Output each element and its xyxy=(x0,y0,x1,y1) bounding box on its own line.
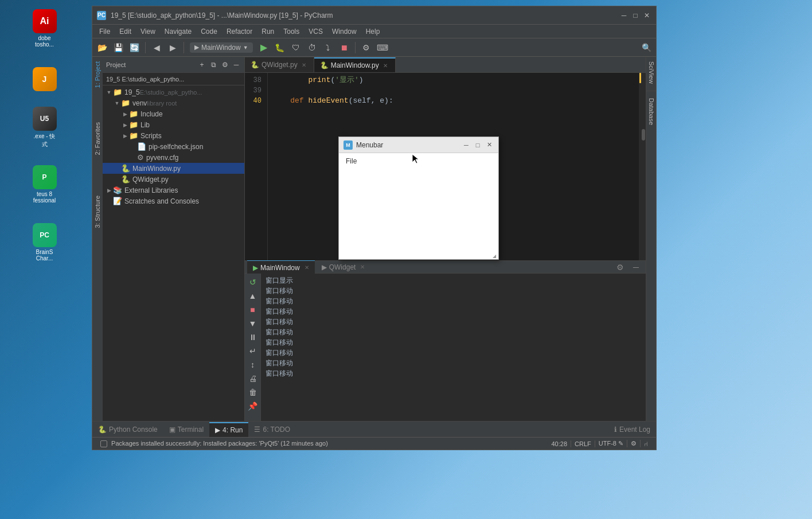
stop-btn[interactable]: ⏹ xyxy=(337,40,352,55)
open-folder-btn[interactable]: 📂 xyxy=(95,40,110,55)
float-maximize-btn[interactable]: □ xyxy=(473,141,482,150)
python-console-tab[interactable]: 🐍 Python Console xyxy=(92,422,163,437)
tab-mainwindow[interactable]: 🐍 MainWindow.py ✕ xyxy=(314,57,396,72)
extra-btn[interactable]: ⌨ xyxy=(375,40,390,55)
nav-forward-btn[interactable]: ▶ xyxy=(165,40,180,55)
sciview-panel-btn[interactable]: SciView xyxy=(647,57,656,88)
float-resize-handle[interactable]: ◢ xyxy=(493,253,498,259)
menu-tools[interactable]: Tools xyxy=(279,26,304,37)
status-indent[interactable]: ⚙ xyxy=(627,440,641,447)
status-line-ending[interactable]: CRLF xyxy=(571,440,595,447)
floating-menubar-window[interactable]: M Menubar ─ □ ✕ File ◢ xyxy=(338,136,499,260)
run-wrap-btn[interactable]: ↵ xyxy=(247,345,259,357)
run-config-selector[interactable]: ▶ MainWindow ▼ xyxy=(190,42,253,53)
settings-cog-btn[interactable]: ⚙ xyxy=(220,60,229,69)
collapse-all-btn[interactable]: ⧉ xyxy=(209,60,218,69)
structure-panel-toggle[interactable]: 3: Structure xyxy=(93,193,102,231)
status-git[interactable]: ⑁ xyxy=(641,440,651,447)
menu-refactor[interactable]: Refactor xyxy=(222,26,257,37)
tree-item-qwidget-py[interactable]: 🐍 QWidget.py xyxy=(103,174,244,185)
line-num-39: 39 xyxy=(245,85,265,96)
maximize-button[interactable]: □ xyxy=(631,11,640,20)
terminal-tab[interactable]: ▣ Terminal xyxy=(163,422,209,437)
menu-file[interactable]: File xyxy=(95,26,115,37)
menu-window[interactable]: Window xyxy=(327,26,361,37)
save-btn[interactable]: 💾 xyxy=(111,40,126,55)
nav-back-btn[interactable]: ◀ xyxy=(149,40,164,55)
run-btn[interactable]: ▶ xyxy=(256,40,271,55)
run-scroll-btn[interactable]: ↕ xyxy=(247,358,259,371)
profile-btn[interactable]: ⏱ xyxy=(304,40,319,55)
run-4-tab[interactable]: ▶ 4: Run xyxy=(209,422,248,437)
run-up-btn[interactable]: ▲ xyxy=(247,290,259,302)
unity-icon[interactable]: U5 .exe - 快 式 xyxy=(3,103,86,152)
bottom-panel: ▶ MainWindow ✕ ▶ QWidget ✕ ⚙ ─ xyxy=(245,260,646,421)
float-app-icon: M xyxy=(343,141,353,150)
tree-item-lib[interactable]: ▶ 📁 Lib xyxy=(103,119,244,130)
tree-item-pip-selfcheck[interactable]: 📄 pip-selfcheck.json xyxy=(103,141,244,152)
menu-view[interactable]: View xyxy=(136,26,160,37)
run-down-btn[interactable]: ▼ xyxy=(247,317,259,330)
float-title-bar: M Menubar ─ □ ✕ xyxy=(339,137,498,153)
run-tab-qwidget-close[interactable]: ✕ xyxy=(360,264,365,270)
tree-item-external-libs[interactable]: ▶ 📚 External Libraries xyxy=(103,185,244,196)
java-icon[interactable]: J xyxy=(3,64,86,96)
float-minimize-btn[interactable]: ─ xyxy=(462,141,471,150)
bottom-tab-mainwindow[interactable]: ▶ MainWindow ✕ xyxy=(247,260,315,275)
settings-btn[interactable]: ⚙ xyxy=(359,40,374,55)
minimize-button[interactable]: ─ xyxy=(619,11,628,20)
menu-navigate[interactable]: Navigate xyxy=(160,26,196,37)
debug-btn[interactable]: 🐛 xyxy=(272,40,287,55)
todo-6-tab[interactable]: ☰ 6: TODO xyxy=(248,422,296,437)
tab-mainwindow-close[interactable]: ✕ xyxy=(381,61,389,69)
coverage-btn[interactable]: 🛡 xyxy=(288,40,303,55)
run-output-line-0: 窗口显示 xyxy=(266,276,641,286)
tree-item-include[interactable]: ▶ 📁 Include xyxy=(103,108,244,119)
float-close-btn[interactable]: ✕ xyxy=(485,141,494,150)
step-over-btn[interactable]: ⤵ xyxy=(321,40,335,55)
status-position[interactable]: 40:28 xyxy=(548,440,572,447)
favorites-panel-toggle[interactable]: 2: Favorites xyxy=(93,120,102,157)
run-clear-btn[interactable]: 🗑 xyxy=(247,386,259,399)
float-menu-file[interactable]: File xyxy=(339,155,498,167)
event-log-tab[interactable]: ℹ Event Log xyxy=(608,422,656,437)
new-file-btn[interactable]: + xyxy=(197,60,206,69)
tab-qwidget[interactable]: 🐍 QWidget.py ✕ xyxy=(245,57,314,72)
tree-item-19_5[interactable]: ▼ 📁 19_5 E:\studio_apk_pytho... xyxy=(103,87,244,97)
status-encoding[interactable]: UTF-8 ✎ xyxy=(595,440,627,447)
tree-item-scripts[interactable]: ▶ 📁 Scripts xyxy=(103,130,244,141)
run-pause-btn[interactable]: ⏸ xyxy=(247,331,259,344)
project-panel-toggle[interactable]: 1: Project xyxy=(93,59,102,90)
database-panel-btn[interactable]: Database xyxy=(647,93,656,130)
clion-icon[interactable]: PC BrainS Char... xyxy=(3,220,86,265)
run-output-line-1: 窗口移动 xyxy=(266,286,641,296)
tree-item-scratches[interactable]: 📝 Scratches and Consoles xyxy=(103,196,244,206)
close-button[interactable]: ✕ xyxy=(642,11,651,20)
run-panel-hide-btn[interactable]: ─ xyxy=(628,260,643,275)
scroll-thumb[interactable] xyxy=(642,129,645,141)
project-tree[interactable]: ▼ 📁 19_5 E:\studio_apk_pytho... ▼ 📁 venv… xyxy=(103,85,244,421)
menu-vcs[interactable]: VCS xyxy=(304,26,327,37)
bottom-tab-qwidget[interactable]: ▶ QWidget ✕ xyxy=(316,260,371,275)
window-controls[interactable]: ─ □ ✕ xyxy=(619,11,651,20)
menu-help[interactable]: Help xyxy=(361,26,385,37)
menu-code[interactable]: Code xyxy=(196,26,222,37)
adobe-icon[interactable]: Ai dobe tosho... xyxy=(3,6,86,51)
stop-run-btn[interactable]: ■ xyxy=(247,303,259,316)
hide-panel-btn[interactable]: ─ xyxy=(232,60,241,69)
tree-item-mainwindow-py[interactable]: 🐍 MainWindow.py xyxy=(103,163,244,174)
run-print-btn[interactable]: 🖨 xyxy=(247,372,259,385)
tab-qwidget-close[interactable]: ✕ xyxy=(300,61,308,69)
run-panel-settings-btn[interactable]: ⚙ xyxy=(612,260,627,275)
rerun-btn[interactable]: ↺ xyxy=(247,276,259,288)
proteus-icon[interactable]: P teus 8 fessional xyxy=(3,162,86,207)
menu-run[interactable]: Run xyxy=(257,26,279,37)
sync-btn[interactable]: 🔄 xyxy=(127,40,142,55)
tree-item-venv[interactable]: ▼ 📁 venv library root xyxy=(103,97,244,108)
search-everywhere-btn[interactable]: 🔍 xyxy=(639,40,654,55)
run-pin-btn[interactable]: 📌 xyxy=(247,400,259,412)
run-tab-mainwindow-close[interactable]: ✕ xyxy=(304,264,309,271)
editor-scrollbar[interactable] xyxy=(641,73,646,260)
tree-item-pyvenv[interactable]: ⚙ pyvenv.cfg xyxy=(103,152,244,163)
menu-edit[interactable]: Edit xyxy=(115,26,136,37)
